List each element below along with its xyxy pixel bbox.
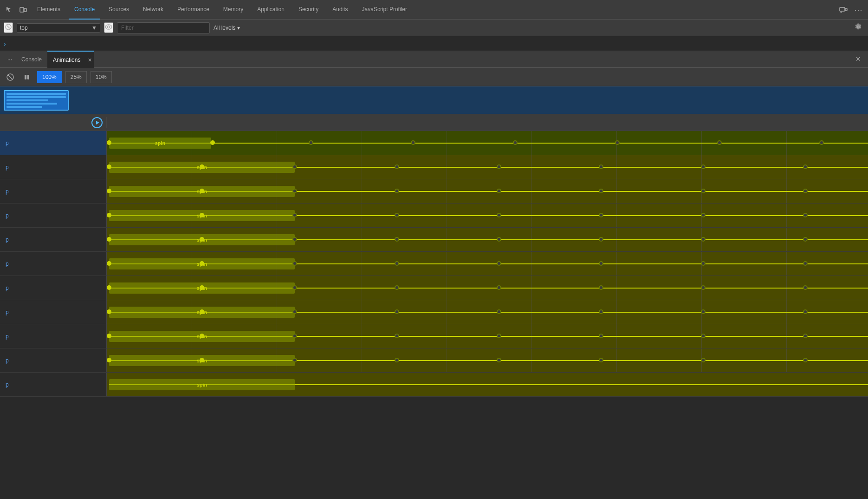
keyframe-dot bbox=[107, 164, 111, 169]
keyframe-dot bbox=[395, 334, 399, 338]
keyframe-dot bbox=[701, 189, 706, 193]
keyframe-dot bbox=[701, 285, 706, 290]
animation-row-label: p bbox=[0, 373, 107, 396]
keyframe-dot bbox=[803, 358, 808, 362]
keyframe-dot bbox=[701, 358, 706, 362]
inspect-element-btn[interactable] bbox=[4, 4, 15, 15]
keyframe-dot bbox=[200, 358, 204, 362]
preview-line-2 bbox=[6, 96, 66, 98]
timeline-label-col bbox=[0, 117, 107, 128]
keyframe-dot bbox=[497, 189, 501, 193]
console-input-row: › bbox=[0, 36, 868, 51]
keyframe-dot bbox=[497, 164, 501, 169]
keyframe-dot bbox=[107, 309, 111, 314]
keyframe-dot bbox=[615, 140, 620, 145]
animation-row-track: spin bbox=[107, 204, 868, 227]
filter-input[interactable] bbox=[117, 22, 210, 33]
keyframe-dot bbox=[803, 285, 808, 290]
context-value: top bbox=[20, 25, 28, 31]
animation-row-label: p bbox=[0, 204, 107, 227]
animation-preview bbox=[0, 86, 868, 114]
pause-animations-btn[interactable] bbox=[20, 71, 33, 84]
svg-rect-0 bbox=[20, 7, 24, 12]
tab-application[interactable]: Application bbox=[252, 0, 290, 20]
tab-network[interactable]: Network bbox=[137, 0, 169, 20]
settings-btn[interactable] bbox=[852, 21, 864, 34]
tab-animations-panel[interactable]: Animations bbox=[47, 52, 86, 68]
animation-row: pspin bbox=[0, 204, 868, 228]
animation-row-label: p bbox=[0, 179, 107, 203]
clear-animations-btn[interactable] bbox=[4, 71, 17, 84]
keyframe-dot bbox=[803, 213, 808, 217]
tab-console[interactable]: Console bbox=[69, 0, 100, 20]
tab-elements[interactable]: Elements bbox=[32, 0, 66, 20]
keyframe-dot bbox=[292, 164, 297, 169]
keyframe-dot bbox=[200, 261, 204, 266]
keyframe-dot bbox=[819, 140, 824, 145]
keyframe-dot bbox=[497, 213, 501, 217]
animation-row-track: spin bbox=[107, 228, 868, 251]
keyframe-dot bbox=[701, 164, 706, 169]
animation-row-label: p bbox=[0, 228, 107, 251]
keyframe-dot bbox=[107, 213, 111, 217]
animation-row: pspin bbox=[0, 131, 868, 155]
svg-rect-1 bbox=[24, 8, 26, 12]
keyframe-dot bbox=[107, 237, 111, 242]
animation-row-track: spin bbox=[107, 300, 868, 324]
keyframe-dot bbox=[599, 189, 603, 193]
svg-rect-11 bbox=[25, 75, 26, 79]
clear-console-btn[interactable] bbox=[4, 22, 13, 33]
keyframe-dot bbox=[292, 261, 297, 266]
levels-dropdown[interactable]: All levels ▾ bbox=[214, 25, 240, 31]
remote-devices-btn[interactable] bbox=[837, 4, 849, 16]
eye-btn[interactable] bbox=[104, 22, 113, 33]
spin-label: spin bbox=[155, 140, 166, 146]
speed-10-btn[interactable]: 10% bbox=[91, 71, 112, 83]
keyframe-dot bbox=[292, 334, 297, 338]
keyframe-dot bbox=[701, 261, 706, 266]
tab-js-profiler[interactable]: JavaScript Profiler bbox=[356, 0, 413, 20]
preview-line-3 bbox=[6, 99, 48, 101]
keyframe-dot bbox=[599, 309, 603, 314]
keyframe-dot bbox=[395, 358, 399, 362]
tab-performance[interactable]: Performance bbox=[172, 0, 215, 20]
context-selector[interactable]: top ▼ bbox=[17, 23, 100, 33]
animation-row-label: p bbox=[0, 300, 107, 324]
keyframe-dot bbox=[599, 237, 603, 242]
tab-animations-close[interactable]: × bbox=[86, 56, 93, 64]
preview-box bbox=[4, 90, 69, 111]
panel-close-btn[interactable]: × bbox=[852, 53, 864, 66]
keyframe-dot bbox=[599, 358, 603, 362]
keyframe-dot bbox=[803, 261, 808, 266]
tab-audits[interactable]: Audits bbox=[327, 0, 353, 20]
keyframe-dot bbox=[292, 237, 297, 242]
more-tools-btn[interactable]: ⋯ bbox=[852, 3, 864, 17]
speed-100-btn[interactable]: 100% bbox=[37, 71, 62, 83]
svg-point-8 bbox=[108, 26, 110, 28]
keyframe-dot bbox=[200, 309, 204, 314]
animation-row: pspin bbox=[0, 276, 868, 300]
animation-row-track: spin bbox=[107, 373, 868, 396]
tab-memory[interactable]: Memory bbox=[218, 0, 249, 20]
timeline-header: 0500 ms1.00 s1.50 s2.00 s2.50 s3.00 s3.5… bbox=[0, 114, 868, 131]
keyframe-dot bbox=[107, 334, 111, 338]
device-toolbar-btn[interactable] bbox=[18, 4, 29, 15]
animation-row-label: p bbox=[0, 252, 107, 276]
tab-security[interactable]: Security bbox=[293, 0, 324, 20]
speed-25-btn[interactable]: 25% bbox=[65, 71, 87, 83]
tab-sources[interactable]: Sources bbox=[103, 0, 135, 20]
keyframe-dot bbox=[292, 213, 297, 217]
keyframe-dot bbox=[599, 334, 603, 338]
panel-more-tabs[interactable]: ··· bbox=[4, 56, 16, 63]
console-prompt: › bbox=[4, 40, 6, 47]
animation-timeline-line bbox=[109, 143, 868, 144]
keyframe-dot bbox=[200, 213, 204, 217]
tab-console-panel[interactable]: Console bbox=[16, 51, 47, 68]
keyframe-dot bbox=[803, 189, 808, 193]
keyframe-dot bbox=[107, 140, 111, 145]
keyframe-dot bbox=[513, 140, 518, 145]
timeline-play-btn[interactable] bbox=[91, 117, 103, 128]
animation-row-track: spin bbox=[107, 348, 868, 372]
keyframe-dot bbox=[395, 164, 399, 169]
keyframe-dot bbox=[292, 189, 297, 193]
